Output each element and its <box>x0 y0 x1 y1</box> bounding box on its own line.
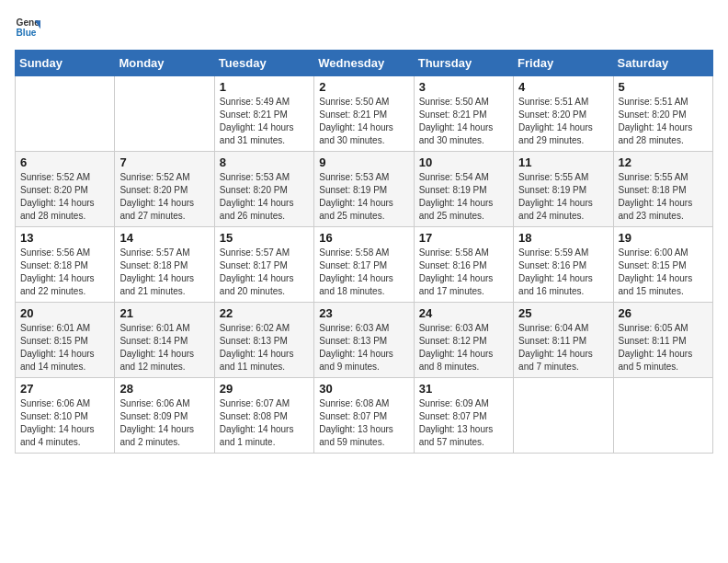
day-number: 7 <box>119 155 209 169</box>
day-number: 29 <box>220 382 309 396</box>
day-number: 23 <box>319 306 408 320</box>
day-number: 5 <box>619 80 708 94</box>
day-info: Sunrise: 6:03 AM Sunset: 8:13 PM Dayligh… <box>319 322 408 373</box>
day-number: 22 <box>220 306 309 320</box>
day-info: Sunrise: 5:53 AM Sunset: 8:20 PM Dayligh… <box>220 171 309 223</box>
day-number: 19 <box>619 231 708 245</box>
calendar-cell: 10Sunrise: 5:54 AM Sunset: 8:19 PM Dayli… <box>414 152 513 227</box>
day-info: Sunrise: 5:50 AM Sunset: 8:21 PM Dayligh… <box>419 96 508 147</box>
day-number: 3 <box>419 80 508 94</box>
day-number: 14 <box>119 231 209 245</box>
week-row-4: 20Sunrise: 6:01 AM Sunset: 8:15 PM Dayli… <box>16 303 713 378</box>
day-info: Sunrise: 5:49 AM Sunset: 8:21 PM Dayligh… <box>220 96 309 147</box>
day-info: Sunrise: 6:02 AM Sunset: 8:13 PM Dayligh… <box>220 322 309 373</box>
day-header-wednesday: Wednesday <box>314 51 414 76</box>
day-info: Sunrise: 5:57 AM Sunset: 8:18 PM Dayligh… <box>119 247 209 298</box>
day-number: 6 <box>20 155 109 169</box>
day-info: Sunrise: 5:51 AM Sunset: 8:20 PM Dayligh… <box>518 96 608 147</box>
calendar-cell: 9Sunrise: 5:53 AM Sunset: 8:19 PM Daylig… <box>314 152 414 227</box>
calendar-cell: 30Sunrise: 6:08 AM Sunset: 8:07 PM Dayli… <box>314 378 414 454</box>
calendar-cell <box>115 76 214 152</box>
day-info: Sunrise: 6:00 AM Sunset: 8:15 PM Dayligh… <box>619 247 708 298</box>
day-number: 11 <box>518 155 608 169</box>
calendar-cell: 21Sunrise: 6:01 AM Sunset: 8:14 PM Dayli… <box>115 303 214 378</box>
week-row-3: 13Sunrise: 5:56 AM Sunset: 8:18 PM Dayli… <box>16 227 713 303</box>
calendar-cell: 1Sunrise: 5:49 AM Sunset: 8:21 PM Daylig… <box>214 76 313 152</box>
day-info: Sunrise: 5:50 AM Sunset: 8:21 PM Dayligh… <box>319 96 408 147</box>
day-header-thursday: Thursday <box>414 51 513 76</box>
logo: General Blue <box>15 15 40 40</box>
day-number: 21 <box>119 306 209 320</box>
day-info: Sunrise: 6:01 AM Sunset: 8:15 PM Dayligh… <box>20 322 109 373</box>
calendar-cell: 14Sunrise: 5:57 AM Sunset: 8:18 PM Dayli… <box>115 227 214 303</box>
calendar-cell <box>16 76 115 152</box>
day-number: 27 <box>20 382 109 396</box>
day-number: 9 <box>319 155 408 169</box>
day-number: 25 <box>518 306 608 320</box>
day-header-monday: Monday <box>115 51 214 76</box>
calendar-cell: 8Sunrise: 5:53 AM Sunset: 8:20 PM Daylig… <box>214 152 313 227</box>
day-info: Sunrise: 5:52 AM Sunset: 8:20 PM Dayligh… <box>20 171 109 223</box>
calendar-cell: 7Sunrise: 5:52 AM Sunset: 8:20 PM Daylig… <box>115 152 214 227</box>
calendar-cell: 22Sunrise: 6:02 AM Sunset: 8:13 PM Dayli… <box>214 303 313 378</box>
day-info: Sunrise: 5:58 AM Sunset: 8:16 PM Dayligh… <box>419 247 508 298</box>
day-number: 17 <box>419 231 508 245</box>
calendar-cell: 17Sunrise: 5:58 AM Sunset: 8:16 PM Dayli… <box>414 227 513 303</box>
page-header: General Blue <box>15 15 713 40</box>
week-row-2: 6Sunrise: 5:52 AM Sunset: 8:20 PM Daylig… <box>16 152 713 227</box>
calendar-cell: 4Sunrise: 5:51 AM Sunset: 8:20 PM Daylig… <box>514 76 613 152</box>
week-row-5: 27Sunrise: 6:06 AM Sunset: 8:10 PM Dayli… <box>16 378 713 454</box>
calendar-cell <box>514 378 613 454</box>
day-info: Sunrise: 6:03 AM Sunset: 8:12 PM Dayligh… <box>419 322 508 373</box>
day-number: 31 <box>419 382 508 396</box>
day-info: Sunrise: 5:57 AM Sunset: 8:17 PM Dayligh… <box>220 247 309 298</box>
day-number: 16 <box>319 231 408 245</box>
day-number: 8 <box>220 155 309 169</box>
day-number: 2 <box>319 80 408 94</box>
calendar-cell: 20Sunrise: 6:01 AM Sunset: 8:15 PM Dayli… <box>16 303 115 378</box>
calendar-header-row: SundayMondayTuesdayWednesdayThursdayFrid… <box>16 51 713 76</box>
day-number: 15 <box>220 231 309 245</box>
logo-icon: General Blue <box>15 15 40 40</box>
day-number: 28 <box>119 382 209 396</box>
calendar-cell: 18Sunrise: 5:59 AM Sunset: 8:16 PM Dayli… <box>514 227 613 303</box>
day-info: Sunrise: 6:09 AM Sunset: 8:07 PM Dayligh… <box>419 397 508 449</box>
day-number: 1 <box>220 80 309 94</box>
calendar-cell: 25Sunrise: 6:04 AM Sunset: 8:11 PM Dayli… <box>514 303 613 378</box>
calendar-cell: 19Sunrise: 6:00 AM Sunset: 8:15 PM Dayli… <box>613 227 712 303</box>
calendar-cell: 3Sunrise: 5:50 AM Sunset: 8:21 PM Daylig… <box>414 76 513 152</box>
day-info: Sunrise: 6:07 AM Sunset: 8:08 PM Dayligh… <box>220 397 309 449</box>
day-info: Sunrise: 5:56 AM Sunset: 8:18 PM Dayligh… <box>20 247 109 298</box>
day-info: Sunrise: 6:06 AM Sunset: 8:10 PM Dayligh… <box>20 397 109 449</box>
calendar-cell: 26Sunrise: 6:05 AM Sunset: 8:11 PM Dayli… <box>613 303 712 378</box>
day-number: 20 <box>20 306 109 320</box>
day-info: Sunrise: 6:04 AM Sunset: 8:11 PM Dayligh… <box>518 322 608 373</box>
day-number: 26 <box>619 306 708 320</box>
day-info: Sunrise: 5:51 AM Sunset: 8:20 PM Dayligh… <box>619 96 708 147</box>
day-info: Sunrise: 5:55 AM Sunset: 8:19 PM Dayligh… <box>518 171 608 223</box>
calendar-cell: 27Sunrise: 6:06 AM Sunset: 8:10 PM Dayli… <box>16 378 115 454</box>
day-info: Sunrise: 5:52 AM Sunset: 8:20 PM Dayligh… <box>119 171 209 223</box>
day-info: Sunrise: 6:01 AM Sunset: 8:14 PM Dayligh… <box>119 322 209 373</box>
day-info: Sunrise: 5:54 AM Sunset: 8:19 PM Dayligh… <box>419 171 508 223</box>
day-number: 4 <box>518 80 608 94</box>
day-info: Sunrise: 5:58 AM Sunset: 8:17 PM Dayligh… <box>319 247 408 298</box>
day-number: 12 <box>619 155 708 169</box>
day-number: 24 <box>419 306 508 320</box>
calendar-cell: 5Sunrise: 5:51 AM Sunset: 8:20 PM Daylig… <box>613 76 712 152</box>
day-info: Sunrise: 5:55 AM Sunset: 8:18 PM Dayligh… <box>619 171 708 223</box>
calendar-table: SundayMondayTuesdayWednesdayThursdayFrid… <box>15 50 713 454</box>
day-header-saturday: Saturday <box>613 51 712 76</box>
week-row-1: 1Sunrise: 5:49 AM Sunset: 8:21 PM Daylig… <box>16 76 713 152</box>
day-info: Sunrise: 6:06 AM Sunset: 8:09 PM Dayligh… <box>119 397 209 449</box>
day-number: 10 <box>419 155 508 169</box>
day-header-friday: Friday <box>514 51 613 76</box>
day-header-sunday: Sunday <box>16 51 115 76</box>
day-number: 13 <box>20 231 109 245</box>
day-info: Sunrise: 5:59 AM Sunset: 8:16 PM Dayligh… <box>518 247 608 298</box>
day-info: Sunrise: 6:05 AM Sunset: 8:11 PM Dayligh… <box>619 322 708 373</box>
calendar-cell: 15Sunrise: 5:57 AM Sunset: 8:17 PM Dayli… <box>214 227 313 303</box>
calendar-cell: 29Sunrise: 6:07 AM Sunset: 8:08 PM Dayli… <box>214 378 313 454</box>
day-header-tuesday: Tuesday <box>214 51 313 76</box>
calendar-cell: 2Sunrise: 5:50 AM Sunset: 8:21 PM Daylig… <box>314 76 414 152</box>
